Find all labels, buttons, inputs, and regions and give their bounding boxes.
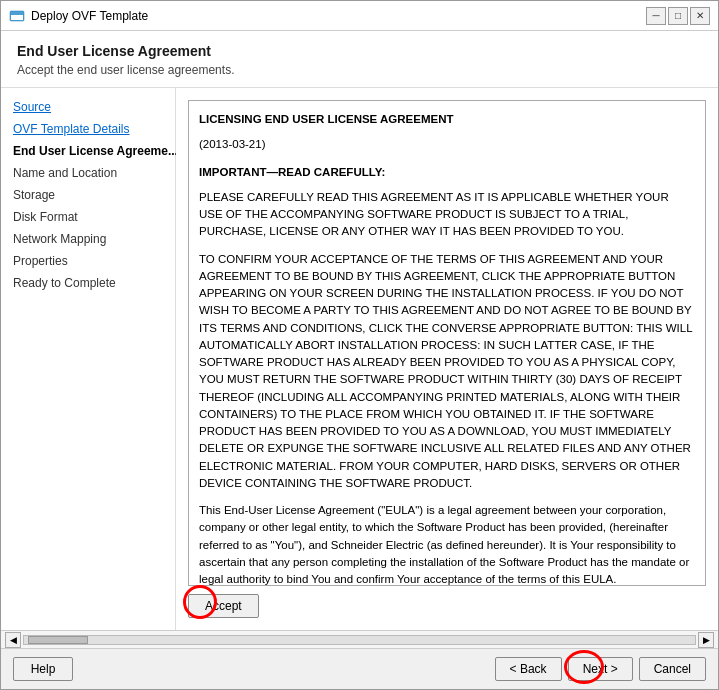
accept-area: Accept bbox=[188, 586, 706, 618]
header: End User License Agreement Accept the en… bbox=[1, 31, 718, 88]
svg-rect-2 bbox=[11, 13, 23, 15]
sidebar-scrollbar[interactable]: ◀ ▶ bbox=[1, 630, 718, 648]
content-area: SourceOVF Template DetailsEnd User Licen… bbox=[1, 88, 718, 630]
title-bar: Deploy OVF Template ─ □ ✕ bbox=[1, 1, 718, 31]
sidebar-item-storage[interactable]: Storage bbox=[1, 184, 175, 206]
sidebar-item-ready-to-complete[interactable]: Ready to Complete bbox=[1, 272, 175, 294]
sidebar-item-network-mapping[interactable]: Network Mapping bbox=[1, 228, 175, 250]
header-subtitle: Accept the end user license agreements. bbox=[17, 63, 702, 77]
minimize-button[interactable]: ─ bbox=[646, 7, 666, 25]
accept-button[interactable]: Accept bbox=[188, 594, 259, 618]
sidebar-item-properties[interactable]: Properties bbox=[1, 250, 175, 272]
window-icon bbox=[9, 8, 25, 24]
license-container: LICENSING END USER LICENSE AGREEMENT(201… bbox=[188, 100, 706, 586]
next-button[interactable]: Next > bbox=[568, 657, 633, 681]
help-button[interactable]: Help bbox=[13, 657, 73, 681]
header-title: End User License Agreement bbox=[17, 43, 702, 59]
sidebar: SourceOVF Template DetailsEnd User Licen… bbox=[1, 88, 176, 630]
license-text: LICENSING END USER LICENSE AGREEMENT(201… bbox=[199, 111, 695, 585]
deploy-ovf-window: Deploy OVF Template ─ □ ✕ End User Licen… bbox=[0, 0, 719, 690]
sidebar-item-ovf-template-details[interactable]: OVF Template Details bbox=[1, 118, 175, 140]
sidebar-item-disk-format[interactable]: Disk Format bbox=[1, 206, 175, 228]
window-title: Deploy OVF Template bbox=[31, 9, 148, 23]
scroll-thumb[interactable] bbox=[28, 636, 88, 644]
scroll-track bbox=[23, 635, 696, 645]
main-panel: LICENSING END USER LICENSE AGREEMENT(201… bbox=[176, 88, 718, 630]
footer-right: < Back Next > Cancel bbox=[495, 657, 706, 681]
title-controls: ─ □ ✕ bbox=[646, 7, 710, 25]
title-bar-left: Deploy OVF Template bbox=[9, 8, 148, 24]
sidebar-item-eula: End User License Agreeme... bbox=[1, 140, 175, 162]
sidebar-item-name-and-location[interactable]: Name and Location bbox=[1, 162, 175, 184]
scroll-left-button[interactable]: ◀ bbox=[5, 632, 21, 648]
footer: Help < Back Next > Cancel bbox=[1, 648, 718, 689]
cancel-button[interactable]: Cancel bbox=[639, 657, 706, 681]
sidebar-item-source[interactable]: Source bbox=[1, 96, 175, 118]
close-button[interactable]: ✕ bbox=[690, 7, 710, 25]
maximize-button[interactable]: □ bbox=[668, 7, 688, 25]
license-scroll-area[interactable]: LICENSING END USER LICENSE AGREEMENT(201… bbox=[189, 101, 705, 585]
scroll-right-button[interactable]: ▶ bbox=[698, 632, 714, 648]
footer-left: Help bbox=[13, 657, 73, 681]
back-button[interactable]: < Back bbox=[495, 657, 562, 681]
